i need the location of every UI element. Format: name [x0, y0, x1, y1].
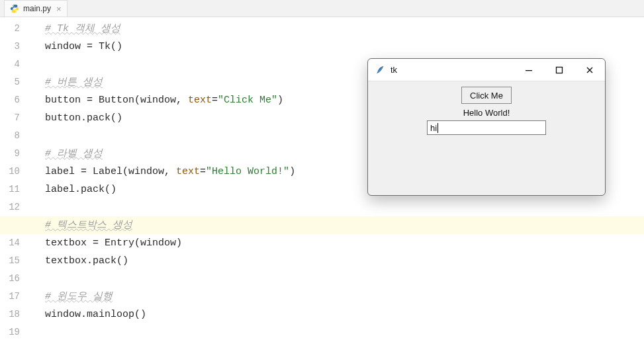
minimize-button[interactable] [514, 59, 544, 81]
line-number: 10 [0, 163, 26, 181]
text-caret [437, 123, 438, 133]
click-me-button[interactable]: Click Me [461, 87, 512, 104]
line-number: 2 [0, 20, 26, 38]
line-number: 16 [0, 270, 26, 288]
maximize-button[interactable] [544, 59, 575, 81]
line-number: 4 [0, 56, 26, 73]
close-button[interactable] [575, 59, 605, 81]
line-number: 19 [0, 323, 26, 340]
textbox-entry[interactable]: hi [427, 120, 546, 135]
line-number: 5 [0, 73, 26, 91]
tab-main-py[interactable]: main.py × [4, 0, 68, 17]
line-number: 6 [0, 91, 26, 109]
code-line[interactable] [45, 323, 644, 340]
code-line[interactable]: # 윈도우 실행 [45, 288, 644, 306]
window-title: tk [391, 65, 397, 75]
click-me-button-label: Click Me [470, 91, 503, 101]
code-line[interactable]: textbox.pack() [45, 252, 644, 270]
window-titlebar[interactable]: tk [368, 59, 605, 81]
code-line[interactable]: # 텍스트박스 생성 [0, 216, 644, 234]
svg-rect-2 [526, 70, 532, 71]
tab-close-icon[interactable]: × [56, 4, 62, 14]
svg-point-0 [13, 5, 14, 6]
tk-feather-icon [375, 65, 385, 75]
textbox-entry-value: hi [430, 123, 437, 133]
code-line[interactable]: window.mainloop() [45, 306, 644, 323]
svg-point-1 [15, 11, 16, 12]
line-number-gutter: 2345678910111213141516171819 [0, 17, 26, 340]
line-number: 12 [0, 198, 26, 216]
tk-client-area: Click Me Hello World! hi [368, 81, 605, 135]
line-number: 17 [0, 288, 26, 306]
line-number: 9 [0, 145, 26, 163]
svg-rect-3 [557, 67, 563, 73]
code-line[interactable] [45, 198, 644, 216]
tab-bar: main.py × [0, 0, 644, 17]
line-number: 15 [0, 252, 26, 270]
tab-filename: main.py [23, 4, 51, 13]
code-line[interactable]: window = Tk() [45, 38, 644, 56]
hello-world-label: Hello World! [463, 108, 510, 118]
line-number: 8 [0, 127, 26, 145]
line-number: 18 [0, 306, 26, 323]
python-file-icon [10, 4, 19, 13]
line-number: 7 [0, 109, 26, 127]
line-number: 3 [0, 38, 26, 56]
line-number: 11 [0, 181, 26, 198]
tkinter-window: tk Click Me Hello World! hi [367, 58, 606, 196]
code-line[interactable]: textbox = Entry(window) [45, 234, 644, 252]
line-number: 14 [0, 234, 26, 252]
code-line[interactable]: # Tk 객체 생성 [45, 20, 644, 38]
code-line[interactable] [45, 270, 644, 288]
